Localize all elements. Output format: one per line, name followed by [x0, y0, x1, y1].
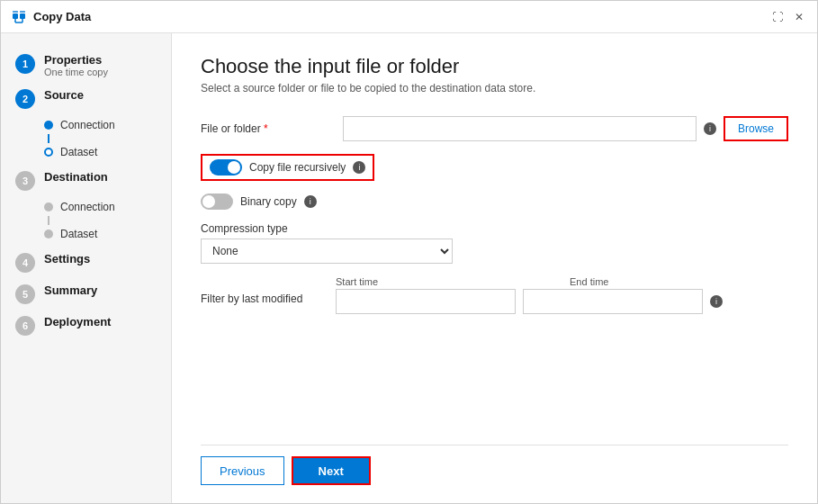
- toggle-knob: [228, 161, 240, 174]
- binary-copy-row: Binary copy i: [201, 194, 788, 210]
- source-dataset-dot: [44, 148, 53, 157]
- source-dataset-item[interactable]: Dataset: [44, 143, 171, 161]
- content-area: 1 Properties One time copy 2 Source Conn…: [1, 33, 817, 503]
- file-folder-label: File or folder *: [201, 122, 336, 135]
- sidebar-item-properties[interactable]: 1 Properties One time copy: [1, 48, 171, 83]
- svg-rect-0: [13, 14, 18, 19]
- copy-recursively-toggle[interactable]: [210, 159, 242, 176]
- file-folder-info-icon: i: [704, 122, 716, 135]
- close-button[interactable]: ✕: [792, 10, 806, 24]
- svg-rect-1: [20, 14, 25, 19]
- start-time-label: Start time: [336, 276, 516, 287]
- source-connection-dot: [44, 121, 53, 130]
- sidebar-item-deployment[interactable]: 6 Deployment: [1, 310, 171, 341]
- nav-circle-source: 2: [15, 89, 35, 109]
- binary-copy-toggle[interactable]: [201, 194, 233, 210]
- main-window: Copy Data ⛶ ✕ 1 Properties One time copy…: [0, 0, 818, 504]
- compression-select[interactable]: None GZip Deflate BZip2 ZipDeflate: [201, 238, 453, 264]
- compression-label: Compression type: [201, 222, 788, 235]
- svg-rect-3: [20, 11, 25, 13]
- filter-inputs-row: i: [336, 289, 750, 314]
- main-content: Choose the input file or folder Select a…: [172, 33, 817, 503]
- filter-col-headers: Start time End time: [336, 276, 750, 287]
- previous-button[interactable]: Previous: [201, 456, 284, 485]
- nav-text-settings: Settings: [44, 252, 90, 266]
- svg-rect-2: [13, 11, 18, 13]
- window-controls: ⛶ ✕: [770, 10, 806, 24]
- dest-connection-item[interactable]: Connection: [44, 198, 171, 216]
- end-time-label: End time: [570, 276, 750, 287]
- nav-circle-properties: 1: [15, 54, 35, 74]
- window-title: Copy Data: [33, 10, 770, 23]
- sidebar-item-summary[interactable]: 5 Summary: [1, 278, 171, 310]
- nav-circle-destination: 3: [15, 171, 35, 191]
- compression-section: Compression type None GZip Deflate BZip2…: [201, 222, 788, 264]
- nav-circle-settings: 4: [15, 253, 35, 273]
- sidebar: 1 Properties One time copy 2 Source Conn…: [1, 33, 172, 503]
- app-icon: [12, 10, 26, 24]
- file-folder-input[interactable]: [343, 116, 697, 141]
- start-time-input[interactable]: [336, 289, 516, 314]
- binary-copy-label: Binary copy: [240, 195, 297, 208]
- sidebar-item-settings[interactable]: 4 Settings: [1, 247, 171, 278]
- copy-recursively-toggle-container: Copy file recursively i: [201, 154, 374, 181]
- filter-inputs-col: Start time End time i: [336, 276, 750, 314]
- nav-circle-summary: 5: [15, 284, 35, 304]
- filter-section: Filter by last modified Start time End t…: [201, 276, 788, 314]
- dest-dataset-dot: [44, 230, 53, 238]
- file-folder-row: File or folder * i Browse: [201, 116, 788, 141]
- binary-copy-info-icon: i: [304, 195, 317, 208]
- sidebar-item-destination[interactable]: 3 Destination: [1, 165, 171, 196]
- bottom-bar: Previous Next: [201, 445, 788, 489]
- next-button[interactable]: Next: [292, 456, 371, 485]
- dest-connection-dot: [44, 202, 53, 212]
- nav-circle-deployment: 6: [15, 316, 35, 336]
- dest-dataset-item[interactable]: Dataset: [44, 225, 171, 243]
- nav-text-deployment: Deployment: [44, 315, 111, 328]
- source-connection-item[interactable]: Connection: [44, 116, 171, 134]
- filter-label: Filter by last modified: [201, 276, 336, 305]
- nav-text-source: Source: [44, 88, 84, 102]
- nav-text-destination: Destination: [44, 170, 108, 184]
- copy-recursively-label: Copy file recursively: [249, 161, 346, 174]
- page-subtitle: Select a source folder or file to be cop…: [201, 82, 788, 94]
- title-bar: Copy Data ⛶ ✕: [1, 1, 817, 33]
- copy-recursively-info-icon: i: [353, 161, 365, 174]
- binary-toggle-knob: [202, 195, 215, 208]
- browse-button[interactable]: Browse: [724, 116, 788, 141]
- form-section: File or folder * i Browse Copy file recu…: [201, 116, 788, 430]
- end-time-input[interactable]: [523, 289, 703, 314]
- copy-recursively-row: Copy file recursively i: [201, 154, 788, 181]
- nav-text-properties: Properties One time copy: [44, 53, 108, 77]
- destination-subitems: Connection Dataset: [1, 196, 171, 247]
- nav-text-summary: Summary: [44, 284, 97, 297]
- source-subitems: Connection Dataset: [1, 114, 171, 165]
- expand-button[interactable]: ⛶: [770, 10, 785, 24]
- sidebar-item-source[interactable]: 2 Source: [1, 83, 171, 114]
- page-title: Choose the input file or folder: [201, 55, 788, 78]
- end-time-info-icon: i: [710, 295, 723, 308]
